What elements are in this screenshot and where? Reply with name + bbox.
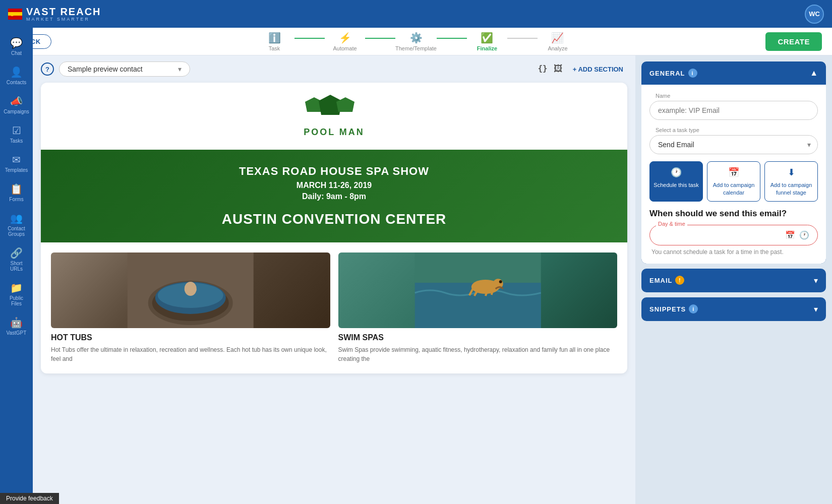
add-section-button[interactable]: + ADD SECTION bbox=[569, 64, 627, 75]
sidebar-item-contact-groups[interactable]: 👥 Contact Groups bbox=[2, 208, 31, 241]
wizard-step-automate[interactable]: ⚡ Automate bbox=[325, 32, 365, 51]
snippets-section: SNIPPETS i ▾ bbox=[641, 297, 826, 321]
finalize-step-icon: ✅ bbox=[481, 32, 493, 44]
clock-picker-icon[interactable]: 🕐 bbox=[799, 230, 809, 240]
step-line-2 bbox=[365, 38, 395, 39]
sidebar-item-public-files[interactable]: 📁 Public Files bbox=[2, 278, 31, 310]
banner-venue: AUSTIN CONVENTION CENTER bbox=[51, 211, 617, 227]
task-step-icon: ℹ️ bbox=[268, 32, 281, 44]
wizard-bar: BACK ℹ️ Task ⚡ Automate ⚙️ Theme/Templat… bbox=[0, 28, 832, 55]
short-urls-icon: 🔗 bbox=[10, 247, 23, 259]
contact-select-value: Sample preview contact bbox=[68, 65, 143, 73]
pool-logo: POOL MAN bbox=[53, 95, 615, 138]
main-content: ? Sample preview contact ▾ {} 🖼 + ADD SE… bbox=[33, 55, 832, 504]
snippets-info-icon: i bbox=[689, 304, 698, 313]
create-button[interactable]: CREATE bbox=[765, 32, 822, 51]
sidebar-item-forms[interactable]: 📋 Forms bbox=[2, 179, 31, 206]
campaign-calendar-button[interactable]: 📅 Add to campaign calendar bbox=[707, 161, 760, 202]
sidebar-item-chat[interactable]: 💬 Chat bbox=[2, 33, 31, 60]
general-section-title: GENERAL i bbox=[649, 69, 697, 78]
sidebar-item-vastgpt[interactable]: 🤖 VastGPT bbox=[2, 312, 31, 340]
swim-spas-desc: Swim Spas provide swimming, aquatic fitn… bbox=[338, 345, 618, 363]
task-step-label: Task bbox=[269, 45, 280, 51]
hot-tub-image bbox=[51, 253, 330, 328]
pool-logo-shapes bbox=[304, 95, 365, 125]
general-section-body: Name Select a task type Send Email Send … bbox=[641, 85, 826, 264]
sidebar-templates-label: Templates bbox=[5, 167, 28, 173]
automate-step-icon: ⚡ bbox=[339, 32, 351, 44]
name-input[interactable] bbox=[649, 101, 818, 120]
sidebar: 💬 Chat 👤 Contacts 📣 Campaigns ☑ Tasks ✉ … bbox=[0, 28, 33, 504]
campaigns-icon: 📣 bbox=[10, 95, 23, 107]
general-info-icon: i bbox=[688, 69, 697, 78]
calendar-picker-icon[interactable]: 📅 bbox=[785, 230, 795, 240]
swim-spa-svg bbox=[338, 253, 618, 328]
email-section-header[interactable]: EMAIL ! ▾ bbox=[641, 269, 826, 292]
email-content: HOT TUBS Hot Tubs offer the ultimate in … bbox=[41, 242, 627, 373]
task-type-select-wrapper: Send Email Send SMS Send Push Notificati… bbox=[649, 135, 818, 154]
campaign-calendar-label: Add to campaign calendar bbox=[710, 181, 757, 196]
sidebar-item-contacts[interactable]: 👤 Contacts bbox=[2, 62, 31, 89]
campaign-funnel-label: Add to campaign funnel stage bbox=[768, 181, 814, 196]
schedule-task-button[interactable]: 🕐 Schedule this task bbox=[649, 161, 703, 202]
svg-rect-12 bbox=[185, 289, 197, 291]
wizard-steps: ℹ️ Task ⚡ Automate ⚙️ Theme/Template ✅ F… bbox=[254, 32, 578, 51]
chevron-down-icon: ▾ bbox=[178, 65, 182, 73]
code-icon[interactable]: {} bbox=[538, 64, 547, 75]
task-type-label: Select a task type bbox=[649, 127, 818, 133]
preview-toolbar: ? Sample preview contact ▾ {} 🖼 + ADD SE… bbox=[41, 61, 627, 77]
banner-date: MARCH 11-26, 2019 bbox=[51, 181, 617, 190]
task-type-select[interactable]: Send Email Send SMS Send Push Notificati… bbox=[649, 135, 818, 154]
templates-icon: ✉ bbox=[12, 154, 21, 166]
finalize-step-label: Finalize bbox=[477, 45, 497, 51]
general-section-header[interactable]: GENERAL i ▲ bbox=[641, 61, 826, 85]
svg-point-17 bbox=[499, 280, 502, 283]
sidebar-item-short-urls[interactable]: 🔗 Short URLs bbox=[2, 243, 31, 276]
step-line-4 bbox=[507, 38, 538, 39]
pool-logo-svg bbox=[304, 95, 365, 125]
help-icon[interactable]: ? bbox=[41, 62, 54, 76]
contact-groups-icon: 👥 bbox=[10, 212, 23, 224]
analyze-step-label: Analyze bbox=[548, 45, 567, 51]
banner-hours: Daily: 9am - 8pm bbox=[51, 192, 617, 201]
svg-point-3 bbox=[10, 12, 14, 16]
datetime-label: Day & time bbox=[656, 221, 687, 227]
sidebar-item-campaigns[interactable]: 📣 Campaigns bbox=[2, 91, 31, 118]
sidebar-tasks-label: Tasks bbox=[10, 138, 23, 144]
campaign-funnel-button[interactable]: ⬇ Add to campaign funnel stage bbox=[764, 161, 818, 202]
email-preview: POOL MAN TEXAS ROAD HOUSE SPA SHOW MARCH… bbox=[41, 83, 627, 373]
email-section-title: EMAIL ! bbox=[649, 276, 684, 285]
sidebar-contacts-label: Contacts bbox=[7, 80, 26, 85]
schedule-task-label: Schedule this task bbox=[653, 181, 698, 188]
snippets-section-header[interactable]: SNIPPETS i ▾ bbox=[641, 297, 826, 321]
image-icon[interactable]: 🖼 bbox=[554, 64, 563, 75]
top-nav: VAST REACH MARKET SMARTER WC bbox=[0, 0, 832, 28]
user-avatar[interactable]: WC bbox=[805, 5, 824, 24]
task-type-group: Select a task type Send Email Send SMS S… bbox=[649, 127, 818, 154]
pool-logo-text: POOL MAN bbox=[304, 127, 365, 138]
sidebar-contact-groups-label: Contact Groups bbox=[4, 226, 29, 237]
wizard-step-theme[interactable]: ⚙️ Theme/Template bbox=[395, 32, 437, 51]
tasks-icon: ☑ bbox=[12, 124, 21, 137]
swim-spa-image bbox=[338, 253, 618, 328]
feedback-bar[interactable]: Provide feedback bbox=[0, 493, 59, 504]
sidebar-item-tasks[interactable]: ☑ Tasks bbox=[2, 120, 31, 148]
product-swim-spas: SWIM SPAS Swim Spas provide swimming, aq… bbox=[338, 253, 618, 363]
schedule-clock-icon: 🕐 bbox=[671, 167, 682, 178]
wizard-step-finalize[interactable]: ✅ Finalize bbox=[467, 32, 507, 51]
email-info-icon: ! bbox=[675, 276, 684, 285]
general-section: GENERAL i ▲ Name Select a task type Send… bbox=[641, 61, 826, 264]
sidebar-forms-label: Forms bbox=[9, 197, 23, 202]
sidebar-item-templates[interactable]: ✉ Templates bbox=[2, 150, 31, 177]
wizard-step-task[interactable]: ℹ️ Task bbox=[254, 32, 294, 51]
sidebar-chat-label: Chat bbox=[11, 50, 22, 56]
datetime-field[interactable]: Day & time 📅 🕐 bbox=[649, 225, 818, 245]
theme-step-icon: ⚙️ bbox=[410, 32, 423, 44]
hot-tub-svg bbox=[51, 253, 330, 328]
forms-icon: 📋 bbox=[10, 183, 23, 195]
contacts-icon: 👤 bbox=[10, 66, 23, 78]
funnel-icon: ⬇ bbox=[788, 167, 795, 178]
contact-select[interactable]: Sample preview contact ▾ bbox=[59, 61, 190, 77]
wizard-step-analyze[interactable]: 📈 Analyze bbox=[538, 32, 578, 51]
product-hot-tubs: HOT TUBS Hot Tubs offer the ultimate in … bbox=[51, 253, 330, 363]
